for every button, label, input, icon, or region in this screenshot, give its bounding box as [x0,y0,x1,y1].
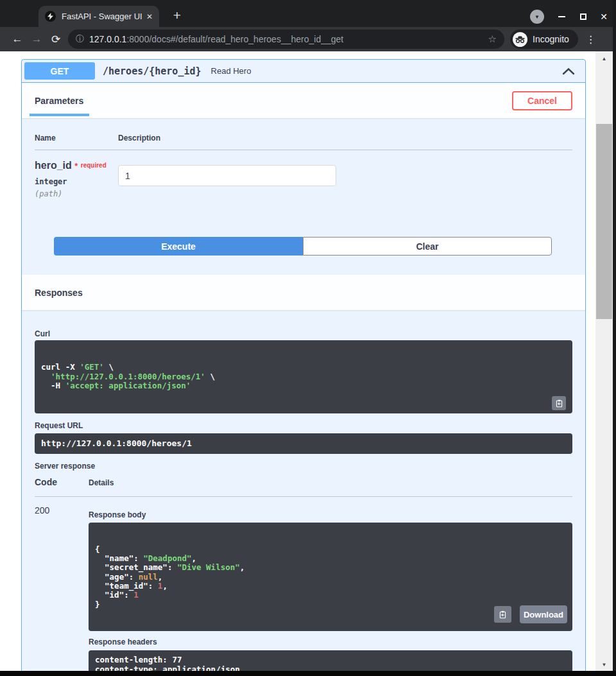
download-button[interactable]: Download [520,605,567,623]
parameter-row: hero_id * required integer (path) [35,150,572,198]
scroll-up-icon[interactable]: ▲ [595,54,613,64]
tab-active-underline [30,114,89,116]
browser-menu-icon[interactable]: ⋮ [583,33,599,46]
window-edge-right [613,0,616,676]
browser-tab[interactable]: FastAPI - Swagger UI ✕ [38,6,159,27]
parameter-name: hero_id * required [35,159,118,172]
execute-button[interactable]: Execute [54,237,303,256]
window-edge-bottom [0,671,616,676]
endpoint-path: /heroes/{hero_id} [103,65,201,77]
parameters-table: Name Description hero_id * required inte… [22,118,585,256]
required-star: * [74,161,78,171]
scrollbar-thumb[interactable] [596,124,612,319]
url-host: 127.0.0.1 [89,34,126,44]
site-info-icon[interactable]: ⓘ [76,33,84,45]
request-url-label: Request URL [35,421,572,430]
tab-title: FastAPI - Swagger UI [62,12,142,21]
method-badge: GET [24,62,95,80]
incognito-icon [513,32,527,47]
fastapi-favicon-icon [45,11,56,22]
curl-label: Curl [35,329,572,338]
tab-strip: FastAPI - Swagger UI ✕ + ▼ ✕ [0,0,616,27]
responses-header: Responses [22,275,585,310]
scrollbar-track[interactable]: ▲ ▼ [595,51,613,676]
incognito-badge: Incognito [510,30,578,49]
hero-id-input[interactable] [118,165,336,186]
required-label: required [81,162,107,169]
browser-toolbar: ← → ⟳ ⓘ 127.0.0.1:8000/docs#/default/rea… [0,27,616,51]
new-tab-button[interactable]: + [168,6,186,24]
tab-parameters[interactable]: Parameters [35,96,83,106]
tab-close-icon[interactable]: ✕ [146,12,153,21]
col-code: Code [35,477,89,487]
parameter-value-cell [118,159,572,198]
clear-button[interactable]: Clear [303,237,552,256]
bookmark-star-icon[interactable]: ☆ [488,33,497,45]
parameter-location: (path) [35,189,118,198]
incognito-label: Incognito [533,34,569,44]
col-details: Details [89,478,572,487]
page-viewport: GET /heroes/{hero_id} Read Hero Paramete… [0,51,595,676]
operation-summary[interactable]: GET /heroes/{hero_id} Read Hero [22,60,585,83]
server-response-label: Server response [35,462,572,471]
response-body-label: Response body [89,510,572,519]
maximize-button[interactable] [575,8,592,25]
col-name: Name [35,134,118,143]
scroll-down-icon[interactable]: ▼ [595,660,613,670]
response-details: Response body { "name": "Deadpond", "sec… [89,505,572,676]
opblock-get-heroes: GET /heroes/{hero_id} Read Hero Paramete… [21,59,586,676]
parameter-meta: hero_id * required integer (path) [35,159,118,198]
browser-chrome: FastAPI - Swagger UI ✕ + ▼ ✕ ← → ⟳ ⓘ 127… [0,0,616,51]
col-description: Description [118,134,572,143]
response-body-actions: Download [494,605,567,623]
status-code: 200 [35,505,89,676]
response-headers-label: Response headers [89,637,572,646]
close-button[interactable]: ✕ [595,8,612,25]
server-response-table-head: Code Details [35,477,572,497]
forward-icon[interactable]: → [27,33,46,46]
endpoint-summary: Read Hero [211,66,252,76]
url-path: :8000/docs#/default/read_hero_heroes__he… [126,34,343,44]
cancel-button[interactable]: Cancel [512,91,572,110]
request-url-value: http://127.0.0.1:8000/heroes/1 [35,433,572,454]
maximize-icon [580,13,586,20]
parameters-header: Parameters Cancel [22,83,585,118]
response-body: { "name": "Deadpond", "secret_name": "Di… [89,523,572,631]
responses-body: Curl curl -X 'GET' \ 'http://127.0.0.1:8… [22,310,585,676]
collapse-chevron-icon[interactable] [562,67,575,75]
curl-command: curl -X 'GET' \ 'http://127.0.0.1:8000/h… [35,340,572,413]
responses-title: Responses [35,288,83,298]
copy-response-button[interactable] [494,606,511,623]
parameter-type: integer [35,177,118,186]
minimize-icon [558,16,565,17]
reload-icon[interactable]: ⟳ [46,33,65,46]
execute-row: Execute Clear [54,237,552,256]
address-bar[interactable]: ⓘ 127.0.0.1:8000/docs#/default/read_hero… [68,30,504,49]
minimize-button[interactable] [553,8,570,25]
parameters-table-head: Name Description [35,118,572,150]
back-icon[interactable]: ← [8,33,27,46]
copy-curl-button[interactable] [552,396,566,410]
server-response-row: 200 Response body { "name": "Deadpond", … [35,497,572,676]
tab-search-caret-icon[interactable]: ▼ [530,10,544,24]
